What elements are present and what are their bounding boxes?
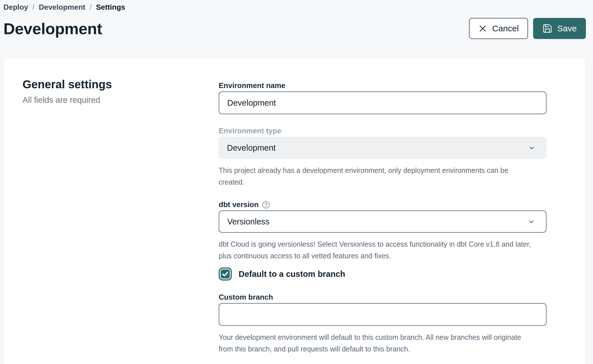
save-button[interactable]: Save bbox=[533, 18, 586, 39]
settings-form: Environment name Environment type Develo… bbox=[219, 78, 547, 364]
custom-branch-checkbox-row: Default to a custom branch bbox=[219, 267, 547, 281]
custom-branch-checkbox[interactable] bbox=[219, 267, 232, 281]
section-title: General settings bbox=[23, 78, 219, 91]
breadcrumb: Deploy / Development / Settings bbox=[3, 0, 586, 12]
custom-branch-field-group: Custom branch Your development environme… bbox=[219, 293, 547, 355]
chevron-down-icon bbox=[527, 217, 536, 226]
page-header: Development Cancel Save bbox=[3, 18, 586, 39]
environment-name-field-group: Environment name bbox=[219, 81, 547, 114]
environment-settings-page: Deploy / Development / Settings Developm… bbox=[0, 0, 593, 364]
custom-branch-input[interactable] bbox=[219, 303, 547, 326]
environment-name-input[interactable] bbox=[219, 91, 547, 114]
breadcrumb-deploy[interactable]: Deploy bbox=[3, 3, 28, 12]
section-intro: General settings All fields are required bbox=[23, 78, 219, 364]
breadcrumb-development[interactable]: Development bbox=[39, 3, 85, 12]
general-settings-card: General settings All fields are required… bbox=[3, 58, 586, 364]
page-title: Development bbox=[3, 19, 102, 38]
cancel-button-label: Cancel bbox=[492, 24, 519, 33]
dbt-version-label-text: dbt version bbox=[219, 200, 259, 209]
save-icon bbox=[542, 23, 553, 34]
environment-type-field-group: Environment type Development This projec… bbox=[219, 126, 547, 188]
dbt-version-select[interactable]: Versionless bbox=[219, 210, 547, 233]
custom-branch-helper-text: Your development environment will defaul… bbox=[219, 332, 564, 355]
cancel-button[interactable]: Cancel bbox=[469, 18, 528, 39]
breadcrumb-separator: / bbox=[90, 3, 92, 12]
breadcrumb-separator: / bbox=[33, 3, 34, 12]
environment-type-value: Development bbox=[227, 143, 276, 153]
environment-type-select: Development bbox=[219, 137, 547, 159]
header-actions: Cancel Save bbox=[469, 18, 586, 39]
environment-type-label: Environment type bbox=[219, 126, 547, 135]
custom-branch-label: Custom branch bbox=[219, 293, 547, 302]
environment-name-label: Environment name bbox=[219, 81, 547, 90]
section-subtitle: All fields are required bbox=[23, 95, 219, 105]
environment-type-helper-text: This project already has a development e… bbox=[219, 165, 564, 188]
dbt-version-helper-text: dbt Cloud is going versionless! Select V… bbox=[219, 238, 564, 262]
dbt-version-field-group: dbt version Versionless bbox=[219, 200, 547, 262]
dbt-version-value: Versionless bbox=[227, 217, 269, 226]
save-button-label: Save bbox=[557, 24, 577, 33]
chevron-down-icon bbox=[527, 144, 536, 152]
checkmark-icon bbox=[221, 269, 230, 279]
help-circle-icon[interactable] bbox=[262, 201, 270, 209]
breadcrumb-settings: Settings bbox=[96, 3, 125, 12]
custom-branch-checkbox-label: Default to a custom branch bbox=[239, 269, 345, 279]
close-icon bbox=[478, 24, 487, 33]
dbt-version-label: dbt version bbox=[219, 200, 547, 209]
